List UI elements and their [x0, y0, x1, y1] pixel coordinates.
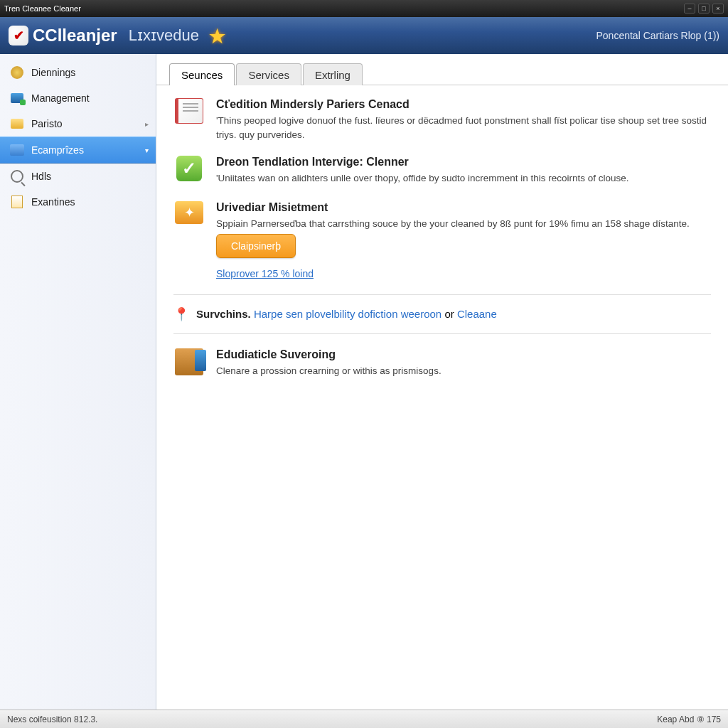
surv-link-1[interactable]: Harpe sen plovelbility dofiction weeroon	[254, 308, 441, 320]
sidebar: Diennings Management Paristo ▸ Ecamprîze…	[0, 54, 156, 710]
sidebar-item-paristo[interactable]: Paristo ▸	[0, 111, 156, 136]
star-icon: ★	[209, 26, 229, 46]
sidebar-item-diennings[interactable]: Diennings	[0, 60, 156, 85]
sidebar-item-label: Diennings	[31, 67, 75, 78]
sidebar-item-ecamprizes[interactable]: Ecamprîzes	[0, 136, 156, 164]
status-left: Nexs coifeusition 812.3.	[7, 714, 97, 724]
monitor-icon	[10, 143, 24, 157]
tab-label: Seunces	[181, 69, 223, 81]
tab-services[interactable]: Services	[236, 63, 301, 85]
main-panel: Seunces Services Extrling Cťedition Mind…	[156, 54, 728, 710]
link-label: Sloprover 125 % loind	[216, 268, 314, 279]
check-icon: ✓	[173, 156, 205, 187]
folder-icon	[10, 117, 24, 131]
link-text: Harpe sen plovelbility dofiction weeroon	[254, 308, 441, 320]
tab-seunces[interactable]: Seunces	[169, 63, 235, 85]
app-subname: Lɪxɪvedue	[129, 26, 199, 45]
button-label: Claipsinerþ	[231, 240, 281, 252]
minimize-button[interactable]: –	[684, 4, 695, 14]
sidebar-item-label: Ecamprîzes	[31, 144, 84, 156]
block-desc: 'Uniitates wan on alidhters unlle over t…	[216, 171, 711, 186]
shield-icon	[9, 26, 28, 46]
badge-icon: ✦	[173, 201, 205, 232]
status-right: Keap Abd ⑧ 175	[657, 714, 721, 724]
management-icon	[10, 91, 24, 105]
tab-label: Extrling	[315, 69, 350, 81]
sidebar-item-label: Paristo	[31, 118, 63, 129]
block-title: Urivediar Misietment	[216, 201, 711, 214]
sidebar-item-hdls[interactable]: Hdls	[0, 164, 156, 189]
block-desc: Sppiain Parnerseďba that carrsthing souc…	[216, 217, 711, 231]
tab-extrling[interactable]: Extrling	[303, 63, 363, 85]
survchins-row: 📍 Survchins. Harpe sen plovelbility dofi…	[173, 294, 711, 334]
block-title: Dreon Tendlation Intervige: Clenner	[216, 156, 711, 168]
block-desc: Clenare a prossion crearning or withis a…	[216, 364, 711, 378]
sidebar-item-label: Hdls	[31, 171, 51, 182]
close-button[interactable]: ×	[712, 4, 724, 14]
content-area: Cťedition Mindersly Pariers Cenacd 'Thin…	[156, 85, 728, 710]
tab-label: Services	[248, 69, 289, 81]
pin-icon: 📍	[173, 306, 189, 322]
titlebar: Tren Cleanee Cleaner – □ ×	[0, 0, 728, 17]
box-icon	[173, 348, 205, 380]
link-text: Cleaane	[457, 308, 497, 320]
magnifier-icon	[10, 169, 24, 183]
block-urivediar: ✦ Urivediar Misietment Sppiain Parnerseď…	[173, 201, 711, 280]
app-logo: CClleanjer Lɪxɪvedue ★	[9, 26, 229, 46]
disk-icon	[10, 65, 24, 80]
document-icon	[10, 195, 24, 209]
block-title: Cťedition Mindersly Pariers Cenacd	[216, 98, 711, 111]
app-name: CClleanjer	[33, 26, 117, 46]
sidebar-item-label: Exantines	[31, 196, 75, 208]
sloprover-link[interactable]: Sloprover 125 % loind	[216, 268, 314, 279]
surv-or: or	[444, 308, 454, 320]
sidebar-item-exantines[interactable]: Exantines	[0, 189, 156, 215]
tab-bar: Seunces Services Extrling	[156, 54, 728, 85]
maximize-button[interactable]: □	[698, 4, 710, 14]
sidebar-item-management[interactable]: Management	[0, 85, 156, 111]
surv-link-2[interactable]: Cleaane	[457, 308, 497, 320]
block-title: Edudiaticle Suveroing	[216, 348, 711, 361]
block-edudiaticle: Edudiaticle Suveroing Clenare a prossion…	[173, 348, 711, 380]
block-dreon: ✓ Dreon Tendlation Intervige: Clenner 'U…	[173, 156, 711, 187]
window-buttons: – □ ×	[684, 4, 724, 14]
book-icon	[173, 98, 205, 129]
window-title: Tren Cleanee Cleaner	[4, 4, 684, 13]
claipsiner-button[interactable]: Claipsinerþ	[216, 234, 296, 258]
surv-bold: Survchins.	[196, 308, 251, 320]
banner-right-text: Poncental Cartiars Rlop (1))	[596, 30, 719, 41]
chevron-right-icon: ▸	[145, 120, 149, 128]
block-cedition: Cťedition Mindersly Pariers Cenacd 'Thin…	[173, 98, 711, 141]
sidebar-item-label: Management	[31, 92, 90, 104]
block-desc: 'Thins peoped logive donuof the fust. lï…	[216, 114, 711, 141]
app-banner: CClleanjer Lɪxɪvedue ★ Poncental Cartiar…	[0, 17, 728, 54]
status-bar: Nexs coifeusition 812.3. Keap Abd ⑧ 175	[0, 710, 728, 728]
